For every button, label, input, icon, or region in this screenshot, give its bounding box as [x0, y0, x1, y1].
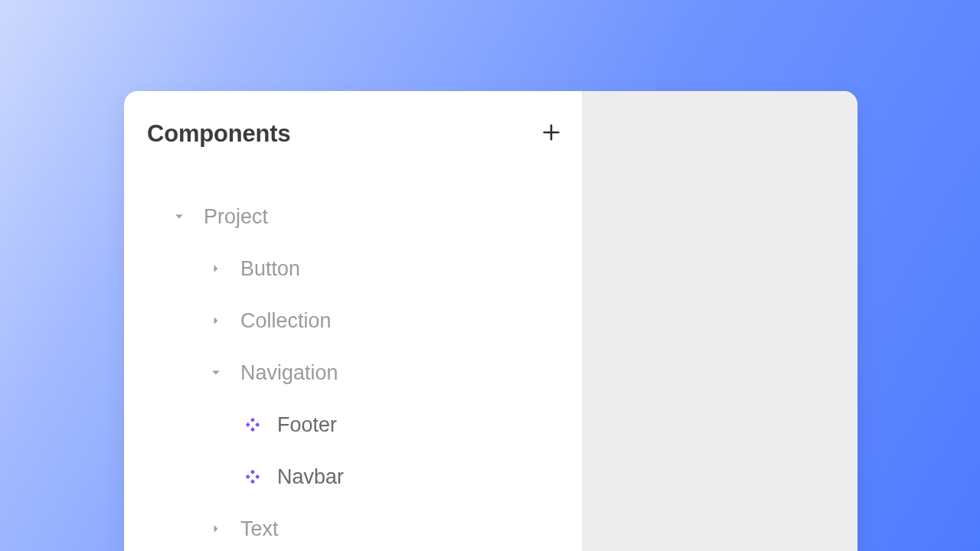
tree-folder-collection[interactable]: Collection	[149, 295, 567, 347]
tree-folder-label: Button	[240, 257, 300, 281]
components-panel: Components Project Button	[124, 91, 858, 551]
tree-folder-project[interactable]: Project	[149, 191, 567, 243]
add-component-button[interactable]	[541, 122, 562, 146]
components-sidebar: Components Project Button	[124, 91, 582, 551]
caret-down-icon	[208, 368, 224, 377]
svg-rect-6	[250, 470, 255, 474]
svg-rect-9	[250, 479, 255, 484]
svg-rect-2	[250, 418, 255, 422]
component-tree: Project Button Collection Navigation	[147, 191, 567, 551]
caret-right-icon	[208, 524, 224, 533]
tree-item-footer[interactable]: Footer	[149, 399, 567, 451]
svg-rect-8	[255, 474, 260, 479]
plus-icon	[541, 122, 562, 143]
svg-rect-4	[255, 422, 260, 427]
caret-down-icon	[172, 212, 187, 221]
component-icon	[245, 416, 260, 433]
panel-header: Components	[147, 120, 567, 148]
tree-folder-label: Collection	[240, 309, 332, 333]
tree-item-label: Navbar	[277, 465, 344, 489]
tree-folder-label: Navigation	[240, 361, 338, 385]
tree-item-navbar[interactable]: Navbar	[149, 451, 567, 503]
detail-pane	[582, 91, 858, 551]
tree-folder-button[interactable]: Button	[149, 243, 567, 295]
tree-folder-text[interactable]: Text	[149, 503, 567, 551]
tree-folder-navigation[interactable]: Navigation	[149, 347, 567, 399]
caret-right-icon	[208, 264, 224, 273]
tree-item-label: Footer	[277, 413, 337, 437]
tree-folder-label: Text	[240, 517, 279, 541]
svg-rect-5	[250, 427, 255, 432]
svg-rect-3	[246, 422, 250, 427]
caret-right-icon	[208, 316, 224, 325]
panel-title: Components	[147, 120, 290, 148]
svg-rect-7	[246, 474, 250, 479]
component-icon	[245, 468, 260, 485]
tree-folder-label: Project	[204, 205, 268, 229]
